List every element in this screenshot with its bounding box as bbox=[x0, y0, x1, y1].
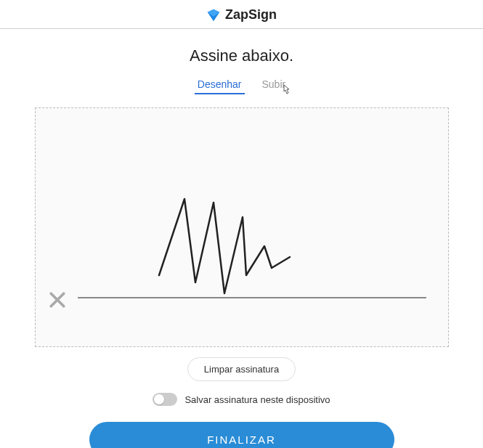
close-icon bbox=[46, 289, 68, 311]
page-title: Assine abaixo. bbox=[190, 46, 293, 65]
signature-mode-tabs: Desenhar Subir bbox=[198, 78, 285, 94]
logo-icon bbox=[206, 8, 221, 23]
clear-signature-button[interactable]: Limpar assinatura bbox=[187, 357, 296, 381]
save-signature-toggle[interactable] bbox=[153, 393, 177, 406]
signature-canvas[interactable] bbox=[35, 107, 449, 347]
brand-name: ZapSign bbox=[225, 7, 277, 23]
tab-upload[interactable]: Subir bbox=[262, 78, 286, 94]
clear-signature-x[interactable] bbox=[46, 288, 69, 311]
finalize-button[interactable]: FINALIZAR bbox=[89, 422, 394, 448]
save-signature-label: Salvar assinatura neste dispositivo bbox=[184, 394, 330, 405]
save-signature-row: Salvar assinatura neste dispositivo bbox=[153, 393, 330, 406]
main-content: Assine abaixo. Desenhar Subir Limpar ass… bbox=[0, 29, 483, 448]
tab-draw[interactable]: Desenhar bbox=[198, 78, 242, 94]
app-header: ZapSign bbox=[0, 0, 483, 29]
signature-stroke bbox=[145, 188, 304, 304]
signature-baseline bbox=[78, 297, 426, 298]
